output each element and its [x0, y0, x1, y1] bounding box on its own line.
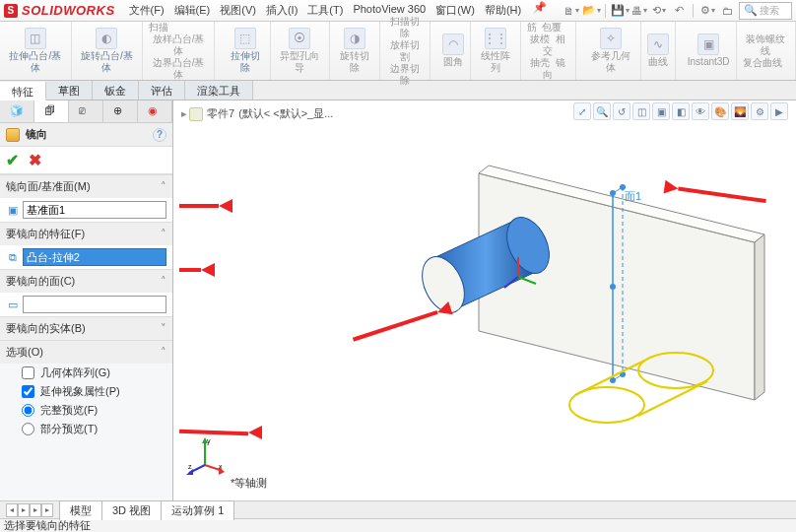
tab-sketch[interactable]: 草图	[46, 81, 93, 100]
tab-3dview[interactable]: 3D 视图	[101, 500, 162, 520]
ribbon-extrude-boss[interactable]: ◫拉伸凸台/基体	[0, 22, 72, 80]
status-message: 选择要镜向的特征	[4, 518, 91, 532]
pin-icon[interactable]: 📌	[533, 1, 547, 20]
view-orient-icon[interactable]: ▣	[652, 102, 670, 120]
menu-view[interactable]: 视图(V)	[216, 1, 260, 20]
ribbon-cosmetic[interactable]: 装饰螺纹线复合曲线	[737, 22, 796, 80]
ribbon-linear-pattern[interactable]: ⋮⋮线性阵列	[471, 22, 521, 80]
search-placeholder: 搜索	[760, 4, 779, 18]
panel-tab-property-mgr[interactable]: 🗐	[34, 100, 69, 122]
property-manager: 🧊 🗐 ⎚ ⊕ ◉ 镜向 ? ✔ ✖ 镜向面/基准面(M)˄ ▣ 要镜向的特征(…	[0, 100, 173, 500]
ribbon-revolve-boss[interactable]: ◐旋转凸台/基体	[72, 22, 144, 80]
render-icon[interactable]: ▶	[770, 102, 788, 120]
part-state: (默认< <默认>_显...	[238, 106, 333, 121]
ribbon-instant3d[interactable]: ▣Instant3D	[682, 22, 737, 80]
open-doc-icon[interactable]: 📂	[583, 3, 599, 19]
menu-insert[interactable]: 插入(I)	[262, 1, 301, 20]
pm-confirm-bar: ✔ ✖	[0, 147, 172, 174]
view-settings-icon[interactable]: ⚙	[751, 102, 768, 120]
svg-text:z: z	[188, 463, 192, 470]
plane-icon: ▣	[6, 202, 19, 218]
save-icon[interactable]: 💾	[612, 3, 628, 19]
ribbon-revolve-cut[interactable]: ◑旋转切除	[330, 22, 380, 80]
tab-sheetmetal[interactable]: 钣金	[93, 81, 139, 100]
search-box[interactable]: 🔍 搜索	[739, 2, 792, 20]
input-mirror-plane[interactable]	[23, 201, 166, 219]
tab-scroll[interactable]: ◂▸▸▸	[6, 503, 53, 517]
sec-features[interactable]: 要镜向的特征(F)˄	[0, 222, 172, 245]
rad-full-preview[interactable]: 完整预览(F)	[0, 401, 172, 420]
pm-title: 镜向	[26, 127, 47, 142]
heads-up-toolbar: ⤢ 🔍 ↺ ◫ ▣ ◧ 👁 🎨 🌄 ⚙ ▶	[573, 102, 788, 120]
rad-partial-box[interactable]	[22, 423, 34, 435]
panel-tab-feature-tree[interactable]: 🧊	[0, 100, 34, 122]
chk-extend-visual[interactable]: 延伸视象属性(P)	[0, 382, 172, 401]
rebuild-icon[interactable]: ⟲	[651, 3, 667, 19]
ribbon-extrude-cut[interactable]: ⬚拉伸切除	[221, 22, 271, 80]
svg-point-7	[610, 190, 616, 196]
folder-icon[interactable]: 🗀	[719, 3, 735, 19]
command-ribbon: ◫拉伸凸台/基体 ◐旋转凸台/基体 扫描放样凸台/基体边界凸台/基体 ⬚拉伸切除…	[0, 22, 796, 81]
zoom-area-icon[interactable]: 🔍	[593, 102, 611, 120]
rad-partial-preview[interactable]: 部分预览(T)	[0, 420, 172, 438]
svg-line-14	[575, 361, 644, 395]
tab-render[interactable]: 渲染工具	[185, 81, 253, 100]
cancel-button[interactable]: ✖	[29, 151, 41, 169]
ribbon-fillet[interactable]: ◠圆角	[436, 22, 471, 80]
options-icon[interactable]: ⚙	[699, 3, 715, 19]
panel-tab-appearance[interactable]: ◉	[138, 100, 172, 122]
menu-help[interactable]: 帮助(H)	[481, 1, 525, 20]
panel-tab-config[interactable]: ⎚	[69, 100, 103, 122]
sec-options[interactable]: 选项(O)˄	[0, 340, 172, 364]
ribbon-boss-more[interactable]: 扫描放样凸台/基体边界凸台/基体	[143, 22, 215, 80]
sec-bodies[interactable]: 要镜向的实体(B)˅	[0, 316, 172, 340]
tab-evaluate[interactable]: 评估	[139, 81, 185, 100]
part-name: 零件7	[207, 106, 234, 121]
menu-tools[interactable]: 工具(T)	[303, 1, 347, 20]
plane-label-text: 面1	[625, 189, 641, 204]
iso-label: *等轴测	[231, 476, 267, 491]
svg-text:x: x	[219, 463, 223, 470]
chk-geom-pattern-box[interactable]	[22, 366, 34, 379]
display-style-icon[interactable]: ◧	[672, 102, 690, 120]
new-doc-icon[interactable]: 🗎	[564, 3, 579, 19]
tab-features[interactable]: 特征	[0, 82, 46, 100]
menu-edit[interactable]: 编辑(E)	[170, 1, 215, 20]
zoom-fit-icon[interactable]: ⤢	[573, 102, 591, 120]
ribbon-cut-more[interactable]: 扫描切除放样切割边界切除	[380, 22, 431, 80]
annotation-arrow-2	[179, 263, 213, 277]
sec-faces[interactable]: 要镜向的面(C)˄	[0, 269, 172, 293]
tab-motion[interactable]: 运动算例 1	[161, 500, 234, 520]
undo-icon[interactable]: ↶	[671, 3, 687, 19]
chk-extend-visual-box[interactable]	[22, 385, 34, 398]
chk-geom-pattern[interactable]: 几何体阵列(G)	[0, 364, 172, 382]
sec-mirror-plane[interactable]: 镜向面/基准面(M)˄	[0, 174, 172, 198]
menu-window[interactable]: 窗口(W)	[431, 1, 479, 20]
ribbon-hole-wizard[interactable]: ⦿异型孔向导	[271, 22, 330, 80]
menu-file[interactable]: 文件(F)	[125, 1, 168, 20]
hide-show-icon[interactable]: 👁	[692, 102, 709, 120]
annotation-arrow-1	[179, 199, 231, 213]
ribbon-ref-geom[interactable]: ✧参考几何体	[582, 22, 641, 80]
main-area: 🧊 🗐 ⎚ ⊕ ◉ 镜向 ? ✔ ✖ 镜向面/基准面(M)˄ ▣ 要镜向的特征(…	[0, 100, 796, 500]
help-icon[interactable]: ?	[153, 128, 166, 142]
rad-full-box[interactable]	[22, 404, 34, 417]
bottom-tabs: ◂▸▸▸ 模型 3D 视图 运动算例 1	[0, 500, 796, 518]
print-icon[interactable]: 🖶	[631, 3, 647, 19]
prev-view-icon[interactable]: ↺	[613, 102, 630, 120]
row-features: ⧉	[0, 245, 172, 269]
ok-button[interactable]: ✔	[6, 151, 19, 169]
graphics-area[interactable]: ▸ 零件7 (默认< <默认>_显... ⤢ 🔍 ↺ ◫ ▣ ◧ 👁 🎨 🌄 ⚙…	[173, 100, 796, 500]
ribbon-features-more[interactable]: 筋 包覆 拔模 相交 抽壳 镜向	[521, 22, 576, 80]
tab-model[interactable]: 模型	[59, 500, 102, 520]
scene-icon[interactable]: 🌄	[731, 102, 749, 120]
input-features[interactable]	[23, 248, 166, 266]
panel-tab-dimxpert[interactable]: ⊕	[103, 100, 138, 122]
search-icon: 🔍	[744, 4, 758, 17]
row-mirror-plane: ▣	[0, 198, 172, 222]
section-view-icon[interactable]: ◫	[632, 102, 650, 120]
ribbon-curves[interactable]: ∿曲线	[641, 22, 676, 80]
input-faces[interactable]	[23, 296, 166, 313]
appearance-icon[interactable]: 🎨	[711, 102, 729, 120]
breadcrumb[interactable]: ▸ 零件7 (默认< <默认>_显...	[181, 106, 333, 121]
